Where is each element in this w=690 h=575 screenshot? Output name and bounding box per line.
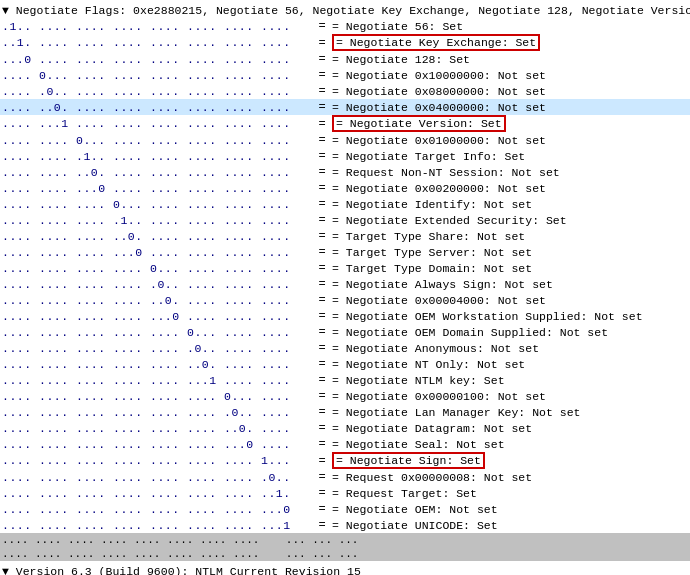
desc-16: = Negotiate Always Sign: Not set xyxy=(332,278,688,291)
boxed-desc-27: = Negotiate Sign: Set xyxy=(332,452,485,469)
flag-row-3[interactable]: .... 0... .... .... .... .... .... ....=… xyxy=(0,67,690,83)
desc-22: = Negotiate NTLM key: Set xyxy=(332,374,688,387)
bits-11: .... .... .... 0... .... .... .... .... xyxy=(2,198,312,211)
sep-2: = xyxy=(312,52,332,66)
boxed-desc-1: = Negotiate Key Exchange: Set xyxy=(332,34,540,51)
bits-6: .... ...1 .... .... .... .... .... .... xyxy=(2,117,312,130)
bits-2: ...0 .... .... .... .... .... .... .... xyxy=(2,53,312,66)
flag-row-12[interactable]: .... .... .... .1.. .... .... .... ....=… xyxy=(0,212,690,228)
flag-row-0[interactable]: .1.. .... .... .... .... .... .... ....=… xyxy=(0,18,690,34)
bits-30: .... .... .... .... .... .... .... ...0 xyxy=(2,503,312,516)
flag-row-29[interactable]: .... .... .... .... .... .... .... ..1.=… xyxy=(0,485,690,501)
sep-20: = xyxy=(312,341,332,355)
flag-row-18[interactable]: .... .... .... .... ...0 .... .... ....=… xyxy=(0,308,690,324)
flag-row-13[interactable]: .... .... .... ..0. .... .... .... ....=… xyxy=(0,228,690,244)
flag-row-23[interactable]: .... .... .... .... .... .... 0... ....=… xyxy=(0,388,690,404)
flag-row-10[interactable]: .... .... ...0 .... .... .... .... ....=… xyxy=(0,180,690,196)
flag-row-26[interactable]: .... .... .... .... .... .... ...0 ....=… xyxy=(0,436,690,452)
sep-26: = xyxy=(312,437,332,451)
sep-5: = xyxy=(312,100,332,114)
bits-19: .... .... .... .... .... 0... .... .... xyxy=(2,326,312,339)
desc-12: = Negotiate Extended Security: Set xyxy=(332,214,688,227)
sep-30: = xyxy=(312,502,332,516)
packet-view: ▼ Negotiate Flags: 0xe2880215, Negotiate… xyxy=(0,0,690,575)
flag-row-16[interactable]: .... .... .... .... .0.. .... .... ....=… xyxy=(0,276,690,292)
desc-27: = Negotiate Sign: Set xyxy=(332,452,688,469)
bits-18: .... .... .... .... ...0 .... .... .... xyxy=(2,310,312,323)
flag-row-22[interactable]: .... .... .... .... .... ...1 .... ....=… xyxy=(0,372,690,388)
version-footer[interactable]: ▼ Version 6.3 (Build 9600): NTLM Current… xyxy=(0,563,690,575)
desc-1: = Negotiate Key Exchange: Set xyxy=(332,34,688,51)
flag-row-2[interactable]: ...0 .... .... .... .... .... .... ....=… xyxy=(0,51,690,67)
flag-row-30[interactable]: .... .... .... .... .... .... .... ...0=… xyxy=(0,501,690,517)
desc-0: = Negotiate 56: Set xyxy=(332,20,688,33)
flag-row-28[interactable]: .... .... .... .... .... .... .... .0..=… xyxy=(0,469,690,485)
desc-11: = Negotiate Identify: Not set xyxy=(332,198,688,211)
desc-13: = Target Type Share: Not set xyxy=(332,230,688,243)
bits-20: .... .... .... .... .... .0.. .... .... xyxy=(2,342,312,355)
desc-7: = Negotiate 0x01000000: Not set xyxy=(332,134,688,147)
desc-28: = Request 0x00000008: Not set xyxy=(332,471,688,484)
sep-4: = xyxy=(312,84,332,98)
flags-rows-container: .1.. .... .... .... .... .... .... ....=… xyxy=(0,18,690,533)
flag-row-7[interactable]: .... .... 0... .... .... .... .... ....=… xyxy=(0,132,690,148)
bits-5: .... ..0. .... .... .... .... .... .... xyxy=(2,101,312,114)
desc-20: = Negotiate Anonymous: Not set xyxy=(332,342,688,355)
bits-16: .... .... .... .... .0.. .... .... .... xyxy=(2,278,312,291)
bits-9: .... .... ..0. .... .... .... .... .... xyxy=(2,166,312,179)
flag-row-24[interactable]: .... .... .... .... .... .... .0.. ....=… xyxy=(0,404,690,420)
bits-0: .1.. .... .... .... .... .... .... .... xyxy=(2,20,312,33)
sep-22: = xyxy=(312,373,332,387)
desc-14: = Target Type Server: Not set xyxy=(332,246,688,259)
bits-26: .... .... .... .... .... .... ...0 .... xyxy=(2,438,312,451)
flag-row-1[interactable]: ..1. .... .... .... .... .... .... ....=… xyxy=(0,34,690,51)
sep-12: = xyxy=(312,213,332,227)
ellipsis-row-1: .... .... .... .... .... .... .... .... … xyxy=(0,533,690,547)
flag-row-31[interactable]: .... .... .... .... .... .... .... ...1=… xyxy=(0,517,690,533)
flag-row-5[interactable]: .... ..0. .... .... .... .... .... ....=… xyxy=(0,99,690,115)
desc-6: = Negotiate Version: Set xyxy=(332,115,688,132)
bits-27: .... .... .... .... .... .... .... 1... xyxy=(2,454,312,467)
desc-5: = Negotiate 0x04000000: Not set xyxy=(332,101,688,114)
desc-25: = Negotiate Datagram: Not set xyxy=(332,422,688,435)
flag-row-19[interactable]: .... .... .... .... .... 0... .... ....=… xyxy=(0,324,690,340)
flag-row-4[interactable]: .... .0.. .... .... .... .... .... ....=… xyxy=(0,83,690,99)
flag-row-21[interactable]: .... .... .... .... .... ..0. .... ....=… xyxy=(0,356,690,372)
flag-row-25[interactable]: .... .... .... .... .... .... ..0. ....=… xyxy=(0,420,690,436)
bits-13: .... .... .... ..0. .... .... .... .... xyxy=(2,230,312,243)
flag-row-11[interactable]: .... .... .... 0... .... .... .... ....=… xyxy=(0,196,690,212)
desc-8: = Negotiate Target Info: Set xyxy=(332,150,688,163)
desc-10: = Negotiate 0x00200000: Not set xyxy=(332,182,688,195)
desc-24: = Negotiate Lan Manager Key: Not set xyxy=(332,406,688,419)
flag-row-20[interactable]: .... .... .... .... .... .0.. .... ....=… xyxy=(0,340,690,356)
sep-3: = xyxy=(312,68,332,82)
sep-7: = xyxy=(312,133,332,147)
desc-2: = Negotiate 128: Set xyxy=(332,53,688,66)
flag-row-27[interactable]: .... .... .... .... .... .... .... 1...=… xyxy=(0,452,690,469)
sep-10: = xyxy=(312,181,332,195)
negotiate-flags-header[interactable]: ▼ Negotiate Flags: 0xe2880215, Negotiate… xyxy=(0,2,690,18)
sep-0: = xyxy=(312,19,332,33)
desc-31: = Negotiate UNICODE: Set xyxy=(332,519,688,532)
sep-18: = xyxy=(312,309,332,323)
bits-29: .... .... .... .... .... .... .... ..1. xyxy=(2,487,312,500)
desc-30: = Negotiate OEM: Not set xyxy=(332,503,688,516)
sep-14: = xyxy=(312,245,332,259)
sep-24: = xyxy=(312,405,332,419)
flag-row-8[interactable]: .... .... .1.. .... .... .... .... ....=… xyxy=(0,148,690,164)
flag-row-9[interactable]: .... .... ..0. .... .... .... .... ....=… xyxy=(0,164,690,180)
ellipsis-text-2: .... .... .... .... .... .... .... .... … xyxy=(2,548,358,560)
bits-17: .... .... .... .... ..0. .... .... .... xyxy=(2,294,312,307)
sep-9: = xyxy=(312,165,332,179)
flag-row-15[interactable]: .... .... .... .... 0... .... .... ....=… xyxy=(0,260,690,276)
sep-27: = xyxy=(312,454,332,468)
flag-row-17[interactable]: .... .... .... .... ..0. .... .... ....=… xyxy=(0,292,690,308)
flag-row-14[interactable]: .... .... .... ...0 .... .... .... ....=… xyxy=(0,244,690,260)
sep-1: = xyxy=(312,36,332,50)
bits-1: ..1. .... .... .... .... .... .... .... xyxy=(2,36,312,49)
bits-31: .... .... .... .... .... .... .... ...1 xyxy=(2,519,312,532)
bits-24: .... .... .... .... .... .... .0.. .... xyxy=(2,406,312,419)
bits-28: .... .... .... .... .... .... .... .0.. xyxy=(2,471,312,484)
flag-row-6[interactable]: .... ...1 .... .... .... .... .... ....=… xyxy=(0,115,690,132)
sep-11: = xyxy=(312,197,332,211)
